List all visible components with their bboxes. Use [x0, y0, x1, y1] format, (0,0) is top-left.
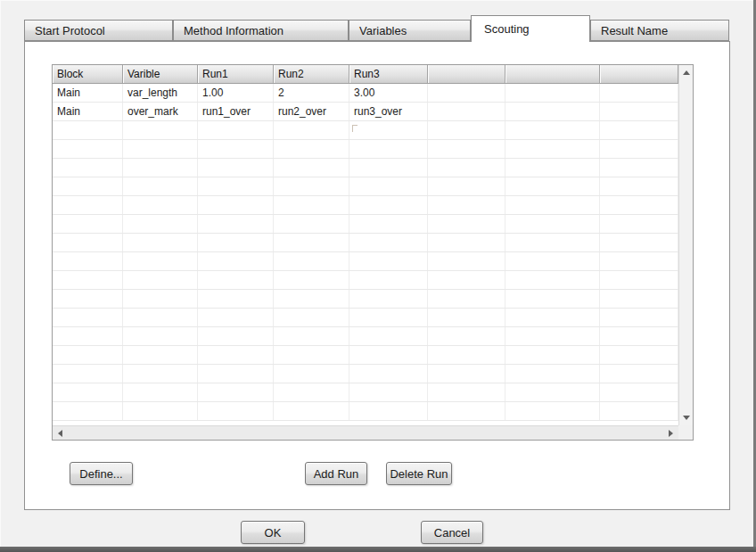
table-cell: [505, 177, 600, 195]
table-cell: [53, 159, 123, 177]
table-cell: [600, 271, 678, 289]
table-cell: [505, 140, 600, 158]
table-cell: [274, 177, 349, 195]
table-cell: [123, 215, 198, 233]
table-cell: [428, 346, 505, 364]
vertical-scrollbar[interactable]: [678, 65, 693, 425]
table-cell: [349, 271, 428, 289]
table-cell[interactable]: run2_over: [274, 103, 349, 120]
column-header-run3[interactable]: Run3: [349, 65, 428, 83]
table-cell: [274, 365, 349, 383]
table-cell: [428, 234, 505, 251]
table-cell: [600, 215, 678, 233]
column-header-block[interactable]: Block: [53, 65, 123, 83]
table-cell[interactable]: 2: [274, 84, 349, 102]
table-cell: [53, 271, 123, 289]
table-cell: [123, 196, 198, 214]
table-cell: [428, 196, 505, 214]
table-cell[interactable]: 3.00: [349, 84, 428, 102]
window-border-bottom: [0, 547, 756, 552]
tab-variables[interactable]: Variables: [349, 20, 471, 41]
table-cell: [505, 215, 600, 233]
table-cell: [123, 140, 198, 158]
scroll-down-button[interactable]: [679, 411, 693, 424]
table-cell: [123, 271, 198, 289]
table-cell: [53, 252, 123, 270]
table-cell: [428, 309, 505, 326]
scroll-up-button[interactable]: [679, 66, 693, 79]
table-cell: [349, 177, 428, 195]
scouting-runs-table: BlockVaribleRun1Run2Run3 Mainvar_length1…: [52, 64, 694, 441]
table-cell: [505, 402, 600, 420]
table-cell: [349, 121, 428, 139]
table-row: [53, 215, 678, 234]
table-cell: [274, 215, 349, 233]
table-cell[interactable]: Main: [53, 84, 123, 102]
tab-start-protocol[interactable]: Start Protocol: [24, 20, 173, 41]
table-cell: [274, 383, 349, 401]
table-cell: [123, 402, 198, 420]
cancel-button[interactable]: Cancel: [421, 521, 483, 544]
table-row: Mainover_markrun1_overrun2_overrun3_over: [53, 103, 678, 121]
tab-scouting[interactable]: Scouting: [471, 15, 590, 42]
table-row: [53, 140, 678, 159]
table-cell: [600, 252, 678, 270]
table-cell: [428, 140, 505, 158]
delete-run-button[interactable]: Delete Run: [386, 462, 452, 485]
table-cell: [428, 252, 505, 270]
table-cell: [428, 177, 505, 195]
table-cell[interactable]: var_length: [123, 84, 198, 102]
table-cell: [349, 365, 428, 383]
table-cell: [53, 177, 123, 195]
column-header-empty[interactable]: [600, 65, 678, 83]
scroll-left-button[interactable]: [53, 426, 67, 440]
scroll-left-icon: [58, 430, 62, 437]
tab-method-information[interactable]: Method Information: [173, 20, 349, 41]
column-header-run1[interactable]: Run1: [198, 65, 274, 83]
table-cell: [349, 234, 428, 251]
define-button[interactable]: Define...: [70, 462, 133, 485]
table-cell: [505, 290, 600, 308]
table-cell[interactable]: Main: [53, 103, 123, 120]
table-cell: [198, 309, 274, 326]
table-cell: [274, 234, 349, 251]
column-header-varible[interactable]: Varible: [123, 65, 198, 83]
table-cell: [123, 290, 198, 308]
table-row: [53, 177, 678, 196]
column-header-empty[interactable]: [428, 65, 505, 83]
table-row: [53, 402, 678, 421]
horizontal-scrollbar[interactable]: [53, 425, 678, 440]
table-row: [53, 327, 678, 346]
table-cell: [53, 196, 123, 214]
table-cell: [198, 177, 274, 195]
table-cell: [198, 365, 274, 383]
ok-button[interactable]: OK: [241, 521, 305, 544]
table-body: Mainvar_length1.0023.00Mainover_markrun1…: [53, 84, 678, 425]
table-cell: [349, 327, 428, 345]
column-header-empty[interactable]: [505, 65, 600, 83]
tab-result-name[interactable]: Result Name: [590, 20, 729, 41]
table-cell: [274, 346, 349, 364]
table-cell: [505, 84, 600, 102]
table-cell: [600, 121, 678, 139]
column-header-run2[interactable]: Run2: [274, 65, 349, 83]
table-cell: [505, 196, 600, 214]
table-row: [53, 196, 678, 215]
table-cell: [349, 402, 428, 420]
table-cell: [428, 271, 505, 289]
table-cell[interactable]: 1.00: [198, 84, 274, 102]
scroll-up-icon: [683, 70, 690, 75]
scroll-right-button[interactable]: [664, 426, 678, 440]
table-cell: [428, 383, 505, 401]
table-cell: [349, 290, 428, 308]
table-cell: [428, 159, 505, 177]
table-cell: [349, 346, 428, 364]
table-cell[interactable]: over_mark: [123, 103, 198, 120]
table-cell: [274, 159, 349, 177]
table-cell: [198, 252, 274, 270]
table-cell[interactable]: run1_over: [198, 103, 274, 120]
table-cell: [123, 309, 198, 326]
add-run-button[interactable]: Add Run: [305, 462, 367, 485]
table-cell[interactable]: run3_over: [349, 103, 428, 120]
table-cell: [505, 383, 600, 401]
